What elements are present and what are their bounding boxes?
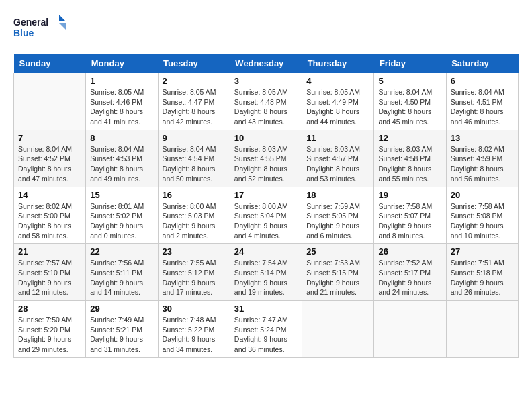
day-info: Sunrise: 8:03 AMSunset: 4:55 PMDaylight:… — [234, 144, 298, 184]
day-number: 15 — [90, 190, 153, 200]
day-cell: 14Sunrise: 8:02 AMSunset: 5:00 PMDayligh… — [14, 187, 86, 244]
day-cell: 29Sunrise: 7:49 AMSunset: 5:21 PMDayligh… — [86, 301, 158, 358]
day-cell: 8Sunrise: 8:04 AMSunset: 4:53 PMDaylight… — [86, 130, 158, 187]
day-number: 23 — [163, 246, 226, 257]
logo-svg: General Blue — [13, 13, 67, 44]
day-cell: 2Sunrise: 8:05 AMSunset: 4:47 PMDaylight… — [158, 73, 230, 130]
day-number: 28 — [18, 304, 81, 314]
day-info: Sunrise: 8:02 AMSunset: 5:00 PMDaylight:… — [18, 201, 81, 241]
day-info: Sunrise: 7:55 AMSunset: 5:12 PMDaylight:… — [163, 258, 226, 298]
day-cell: 27Sunrise: 7:51 AMSunset: 5:18 PMDayligh… — [446, 244, 518, 301]
day-cell: 3Sunrise: 8:05 AMSunset: 4:48 PMDaylight… — [230, 73, 302, 130]
day-cell: 6Sunrise: 8:04 AMSunset: 4:51 PMDaylight… — [446, 73, 518, 130]
svg-text:Blue: Blue — [13, 28, 34, 38]
day-info: Sunrise: 7:56 AMSunset: 5:11 PMDaylight:… — [90, 258, 153, 298]
day-cell: 24Sunrise: 7:54 AMSunset: 5:14 PMDayligh… — [230, 244, 302, 301]
weekday-header-thursday: Thursday — [302, 54, 374, 73]
day-number: 21 — [18, 246, 81, 257]
day-info: Sunrise: 7:52 AMSunset: 5:17 PMDaylight:… — [378, 258, 441, 298]
day-info: Sunrise: 7:47 AMSunset: 5:24 PMDaylight:… — [234, 315, 298, 355]
svg-marker-2 — [59, 15, 66, 21]
day-info: Sunrise: 8:02 AMSunset: 4:59 PMDaylight:… — [451, 144, 514, 184]
day-number: 19 — [378, 190, 441, 200]
day-cell: 16Sunrise: 8:00 AMSunset: 5:03 PMDayligh… — [158, 187, 230, 244]
week-row-4: 21Sunrise: 7:57 AMSunset: 5:10 PMDayligh… — [14, 244, 519, 301]
day-cell — [302, 301, 374, 358]
page-header: General Blue — [13, 13, 519, 44]
day-number: 25 — [306, 246, 369, 257]
day-cell: 10Sunrise: 8:03 AMSunset: 4:55 PMDayligh… — [230, 130, 302, 187]
day-info: Sunrise: 7:58 AMSunset: 5:07 PMDaylight:… — [378, 201, 441, 241]
day-number: 31 — [234, 304, 298, 314]
day-cell: 21Sunrise: 7:57 AMSunset: 5:10 PMDayligh… — [14, 244, 86, 301]
day-number: 29 — [90, 304, 153, 314]
weekday-header-wednesday: Wednesday — [230, 54, 302, 73]
day-info: Sunrise: 8:04 AMSunset: 4:54 PMDaylight:… — [163, 144, 226, 184]
day-cell: 31Sunrise: 7:47 AMSunset: 5:24 PMDayligh… — [230, 301, 302, 358]
day-cell: 25Sunrise: 7:53 AMSunset: 5:15 PMDayligh… — [302, 244, 374, 301]
day-cell — [374, 301, 446, 358]
day-number: 30 — [163, 304, 226, 314]
weekday-header-tuesday: Tuesday — [158, 54, 230, 73]
day-number: 13 — [451, 133, 514, 143]
day-cell: 1Sunrise: 8:05 AMSunset: 4:46 PMDaylight… — [86, 73, 158, 130]
day-cell: 5Sunrise: 8:04 AMSunset: 4:50 PMDaylight… — [374, 73, 446, 130]
day-cell: 22Sunrise: 7:56 AMSunset: 5:11 PMDayligh… — [86, 244, 158, 301]
day-info: Sunrise: 8:05 AMSunset: 4:49 PMDaylight:… — [306, 87, 369, 127]
day-info: Sunrise: 8:00 AMSunset: 5:04 PMDaylight:… — [234, 201, 298, 241]
day-number: 8 — [90, 133, 153, 143]
day-number: 18 — [306, 190, 369, 200]
day-cell: 23Sunrise: 7:55 AMSunset: 5:12 PMDayligh… — [158, 244, 230, 301]
day-number: 5 — [378, 76, 441, 86]
day-info: Sunrise: 8:04 AMSunset: 4:52 PMDaylight:… — [18, 144, 81, 184]
day-info: Sunrise: 8:04 AMSunset: 4:50 PMDaylight:… — [378, 87, 441, 127]
week-row-3: 14Sunrise: 8:02 AMSunset: 5:00 PMDayligh… — [14, 187, 519, 244]
day-cell — [14, 73, 86, 130]
day-cell: 18Sunrise: 7:59 AMSunset: 5:05 PMDayligh… — [302, 187, 374, 244]
day-cell: 7Sunrise: 8:04 AMSunset: 4:52 PMDaylight… — [14, 130, 86, 187]
day-number: 17 — [234, 190, 298, 200]
day-number: 10 — [234, 133, 298, 143]
day-cell: 15Sunrise: 8:01 AMSunset: 5:02 PMDayligh… — [86, 187, 158, 244]
day-number: 20 — [451, 190, 514, 200]
day-info: Sunrise: 8:05 AMSunset: 4:46 PMDaylight:… — [90, 87, 153, 127]
day-info: Sunrise: 7:49 AMSunset: 5:21 PMDaylight:… — [90, 315, 153, 355]
day-info: Sunrise: 8:00 AMSunset: 5:03 PMDaylight:… — [163, 201, 226, 241]
day-number: 7 — [18, 133, 81, 143]
day-number: 11 — [306, 133, 369, 143]
week-row-1: 1Sunrise: 8:05 AMSunset: 4:46 PMDaylight… — [14, 73, 519, 130]
day-info: Sunrise: 8:03 AMSunset: 4:57 PMDaylight:… — [306, 144, 369, 184]
day-number: 9 — [163, 133, 226, 143]
svg-marker-3 — [59, 23, 66, 30]
day-number: 12 — [378, 133, 441, 143]
day-info: Sunrise: 7:53 AMSunset: 5:15 PMDaylight:… — [306, 258, 369, 298]
day-info: Sunrise: 7:57 AMSunset: 5:10 PMDaylight:… — [18, 258, 81, 298]
day-number: 27 — [451, 246, 514, 257]
weekday-header-friday: Friday — [374, 54, 446, 73]
day-number: 3 — [234, 76, 298, 86]
day-number: 4 — [306, 76, 369, 86]
day-number: 14 — [18, 190, 81, 200]
day-cell: 11Sunrise: 8:03 AMSunset: 4:57 PMDayligh… — [302, 130, 374, 187]
week-row-2: 7Sunrise: 8:04 AMSunset: 4:52 PMDaylight… — [14, 130, 519, 187]
weekday-header-sunday: Sunday — [14, 54, 86, 73]
day-cell — [446, 301, 518, 358]
weekday-header-row: SundayMondayTuesdayWednesdayThursdayFrid… — [14, 54, 519, 73]
day-number: 6 — [451, 76, 514, 86]
day-number: 26 — [378, 246, 441, 257]
day-info: Sunrise: 8:04 AMSunset: 4:51 PMDaylight:… — [451, 87, 514, 127]
week-row-5: 28Sunrise: 7:50 AMSunset: 5:20 PMDayligh… — [14, 301, 519, 358]
day-info: Sunrise: 7:54 AMSunset: 5:14 PMDaylight:… — [234, 258, 298, 298]
day-cell: 20Sunrise: 7:58 AMSunset: 5:08 PMDayligh… — [446, 187, 518, 244]
day-info: Sunrise: 7:50 AMSunset: 5:20 PMDaylight:… — [18, 315, 81, 355]
day-cell: 17Sunrise: 8:00 AMSunset: 5:04 PMDayligh… — [230, 187, 302, 244]
day-number: 1 — [90, 76, 153, 86]
day-number: 24 — [234, 246, 298, 257]
day-info: Sunrise: 8:05 AMSunset: 4:48 PMDaylight:… — [234, 87, 298, 127]
day-info: Sunrise: 7:51 AMSunset: 5:18 PMDaylight:… — [451, 258, 514, 298]
day-cell: 13Sunrise: 8:02 AMSunset: 4:59 PMDayligh… — [446, 130, 518, 187]
day-number: 16 — [163, 190, 226, 200]
day-info: Sunrise: 8:01 AMSunset: 5:02 PMDaylight:… — [90, 201, 153, 241]
day-info: Sunrise: 7:48 AMSunset: 5:22 PMDaylight:… — [163, 315, 226, 355]
day-number: 22 — [90, 246, 153, 257]
